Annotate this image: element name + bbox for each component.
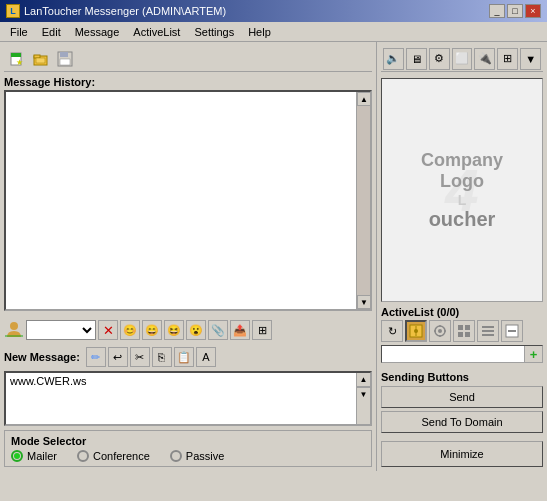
radio-passive[interactable]	[170, 450, 182, 462]
window-icon-btn[interactable]: ⬜	[452, 48, 473, 70]
scroll-up-arrow[interactable]: ▲	[357, 92, 371, 106]
svg-rect-21	[465, 325, 470, 330]
svg-rect-22	[458, 332, 463, 337]
gear-icon-btn[interactable]: ⚙	[429, 48, 450, 70]
sending-buttons-label: Sending Buttons	[381, 371, 543, 383]
window-title: LanToucher Messenger (ADMIN\ARTEM)	[24, 5, 226, 17]
mode-passive-label: Passive	[186, 450, 225, 462]
new-message-label: New Message:	[4, 351, 80, 363]
format-btn[interactable]: A	[196, 347, 216, 367]
active-list-label: ActiveList (0/0)	[381, 306, 543, 318]
mode-mailer-label: Mailer	[27, 450, 57, 462]
smiley-btn4[interactable]: 😮	[186, 320, 206, 340]
bottom-toolbar: ✕ 😊 😄 😆 😮 📎 📤 ⊞	[4, 318, 372, 342]
mode-conference-label: Conference	[93, 450, 150, 462]
smiley-btn2[interactable]: 😄	[142, 320, 162, 340]
menu-message[interactable]: Message	[69, 25, 126, 39]
dropdown-arrow-btn[interactable]: ▼	[520, 48, 541, 70]
connect-icon-btn[interactable]: 🔌	[474, 48, 495, 70]
logo-sub: Loucher	[421, 192, 503, 231]
message-history-box: ▲ ▼	[4, 90, 372, 311]
cut-btn[interactable]: ✂	[130, 347, 150, 367]
sending-buttons-section: Sending Buttons Send Send To Domain Mini…	[381, 367, 543, 467]
scroll-down-arrow[interactable]: ▼	[357, 295, 371, 309]
svg-rect-25	[482, 330, 494, 332]
edit-btn[interactable]: ✏	[86, 347, 106, 367]
new-message-toolbar: New Message: ✏ ↩ ✂ ⎘ 📋 A	[4, 346, 372, 368]
app-icon: L	[6, 4, 20, 18]
user-dropdown[interactable]	[26, 320, 96, 340]
al-active-btn[interactable]	[405, 320, 427, 342]
smiley-btn1[interactable]: 😊	[120, 320, 140, 340]
menu-file[interactable]: File	[4, 25, 34, 39]
message-history-label: Message History:	[4, 76, 372, 88]
send-small-btn[interactable]: 📤	[230, 320, 250, 340]
logo-text: Company Logo Loucher	[421, 150, 503, 231]
message-input[interactable]: www.CWER.ws ▲ ▼	[4, 371, 372, 426]
attach-btn[interactable]: 📎	[208, 320, 228, 340]
menu-help[interactable]: Help	[242, 25, 277, 39]
radio-conference[interactable]	[77, 450, 89, 462]
al-settings-btn[interactable]	[429, 320, 451, 342]
undo-btn[interactable]: ↩	[108, 347, 128, 367]
svg-rect-10	[5, 335, 23, 337]
send-button[interactable]: Send	[381, 386, 543, 408]
svg-rect-7	[60, 52, 68, 57]
new-message-toolbar-btn[interactable]: ★	[6, 48, 28, 70]
svg-rect-24	[482, 326, 494, 328]
extra-btn[interactable]: ⊞	[252, 320, 272, 340]
menu-activelist[interactable]: ActiveList	[127, 25, 186, 39]
mode-selector: Mode Selector Mailer Conference Passive	[4, 430, 372, 467]
al-grid-btn[interactable]	[453, 320, 475, 342]
right-panel: 🔈 🖥 ⚙ ⬜ 🔌 ⊞ ▼ 4 Company Logo Loucher Act…	[377, 42, 547, 471]
svg-rect-23	[465, 332, 470, 337]
al-list-btn[interactable]	[477, 320, 499, 342]
svg-point-15	[438, 329, 442, 333]
paste-btn[interactable]: 📋	[174, 347, 194, 367]
svg-text:★: ★	[16, 58, 23, 67]
title-controls: _ □ ×	[489, 4, 541, 18]
search-box[interactable]: +	[381, 345, 543, 363]
mode-conference[interactable]: Conference	[77, 450, 150, 462]
svg-rect-20	[458, 325, 463, 330]
minimize-button[interactable]: Minimize	[381, 441, 543, 467]
network-icon-btn[interactable]: ⊞	[497, 48, 518, 70]
save-toolbar-btn[interactable]	[54, 48, 76, 70]
menu-edit[interactable]: Edit	[36, 25, 67, 39]
smiley-btn3[interactable]: 😆	[164, 320, 184, 340]
svg-rect-28	[508, 330, 516, 332]
input-scrollbar[interactable]: ▲ ▼	[356, 373, 370, 424]
close-window-btn[interactable]: ×	[525, 4, 541, 18]
user-status-icon	[4, 320, 24, 340]
radio-mailer[interactable]	[11, 450, 23, 462]
send-to-domain-button[interactable]: Send To Domain	[381, 411, 543, 433]
logo-area: 4 Company Logo Loucher	[381, 78, 543, 302]
svg-rect-5	[36, 58, 45, 63]
open-toolbar-btn[interactable]	[30, 48, 52, 70]
svg-rect-8	[60, 59, 70, 65]
al-minus-btn[interactable]	[501, 320, 523, 342]
monitor-icon-btn[interactable]: 🖥	[406, 48, 427, 70]
mode-selector-title: Mode Selector	[11, 435, 365, 447]
copy-btn[interactable]: ⎘	[152, 347, 172, 367]
search-add-btn[interactable]: +	[524, 346, 542, 362]
logo-line2: Logo	[421, 171, 503, 192]
mode-options: Mailer Conference Passive	[11, 450, 365, 462]
title-bar: L LanToucher Messenger (ADMIN\ARTEM) _ □…	[0, 0, 547, 22]
svg-point-9	[10, 322, 18, 330]
active-list-toolbar: ↻	[381, 320, 543, 342]
minimize-window-btn[interactable]: _	[489, 4, 505, 18]
menu-settings[interactable]: Settings	[188, 25, 240, 39]
main-content: ★ Message History:	[0, 42, 547, 471]
al-refresh-btn[interactable]: ↻	[381, 320, 403, 342]
scroll-track[interactable]	[357, 106, 370, 295]
restore-window-btn[interactable]: □	[507, 4, 523, 18]
svg-rect-26	[482, 334, 494, 336]
block-btn[interactable]: ✕	[98, 320, 118, 340]
active-list-section: ActiveList (0/0) ↻	[381, 306, 543, 363]
svg-point-13	[414, 329, 418, 333]
mode-mailer[interactable]: Mailer	[11, 450, 57, 462]
mode-passive[interactable]: Passive	[170, 450, 225, 462]
message-input-text: www.CWER.ws	[10, 375, 86, 387]
speaker-icon-btn[interactable]: 🔈	[383, 48, 404, 70]
